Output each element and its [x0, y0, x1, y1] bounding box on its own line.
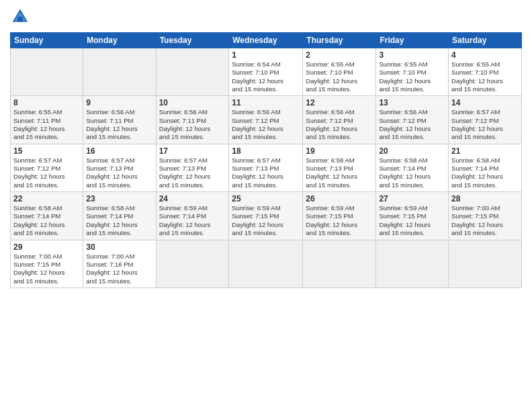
- week-row-4: 22Sunrise: 6:58 AMSunset: 7:14 PMDayligh…: [11, 192, 522, 240]
- calendar-cell: 24Sunrise: 6:59 AMSunset: 7:14 PMDayligh…: [156, 192, 229, 240]
- day-number: 11: [232, 98, 300, 107]
- calendar-cell: 17Sunrise: 6:57 AMSunset: 7:13 PMDayligh…: [156, 144, 229, 191]
- day-number: 1: [232, 50, 300, 60]
- day-info: Sunrise: 6:57 AMSunset: 7:13 PMDaylight:…: [232, 156, 300, 189]
- day-info: Sunrise: 6:56 AMSunset: 7:12 PMDaylight:…: [306, 108, 373, 141]
- calendar-cell: 18Sunrise: 6:57 AMSunset: 7:13 PMDayligh…: [229, 144, 303, 191]
- calendar-cell: [83, 48, 156, 96]
- column-header-sunday: Sunday: [11, 33, 83, 48]
- column-header-monday: Monday: [83, 33, 156, 48]
- day-number: 26: [306, 194, 373, 203]
- header: [10, 7, 522, 27]
- day-info: Sunrise: 6:55 AMSunset: 7:10 PMDaylight:…: [306, 60, 373, 93]
- day-number: 20: [379, 146, 445, 156]
- calendar-cell: 2Sunrise: 6:55 AMSunset: 7:10 PMDaylight…: [303, 48, 376, 96]
- calendar-cell: 30Sunrise: 7:00 AMSunset: 7:16 PMDayligh…: [83, 240, 156, 287]
- calendar-cell: 10Sunrise: 6:56 AMSunset: 7:11 PMDayligh…: [156, 96, 229, 144]
- header-row: SundayMondayTuesdayWednesdayThursdayFrid…: [11, 33, 522, 48]
- calendar-cell: [303, 240, 376, 287]
- calendar-cell: 22Sunrise: 6:58 AMSunset: 7:14 PMDayligh…: [11, 192, 83, 240]
- day-info: Sunrise: 6:56 AMSunset: 7:11 PMDaylight:…: [159, 108, 226, 141]
- day-info: Sunrise: 6:57 AMSunset: 7:13 PMDaylight:…: [86, 156, 152, 189]
- week-row-5: 29Sunrise: 7:00 AMSunset: 7:15 PMDayligh…: [11, 240, 522, 287]
- calendar-cell: 27Sunrise: 6:59 AMSunset: 7:15 PMDayligh…: [376, 192, 449, 240]
- calendar-cell: 23Sunrise: 6:58 AMSunset: 7:14 PMDayligh…: [83, 192, 156, 240]
- day-number: 24: [159, 194, 226, 203]
- day-info: Sunrise: 6:58 AMSunset: 7:14 PMDaylight:…: [86, 204, 152, 237]
- day-number: 10: [159, 98, 226, 107]
- day-info: Sunrise: 7:00 AMSunset: 7:15 PMDaylight:…: [451, 204, 519, 237]
- day-info: Sunrise: 6:58 AMSunset: 7:14 PMDaylight:…: [13, 204, 80, 237]
- calendar-cell: 9Sunrise: 6:56 AMSunset: 7:11 PMDaylight…: [83, 96, 156, 144]
- day-info: Sunrise: 6:58 AMSunset: 7:13 PMDaylight:…: [306, 156, 373, 189]
- calendar-cell: 3Sunrise: 6:55 AMSunset: 7:10 PMDaylight…: [376, 48, 449, 96]
- day-info: Sunrise: 6:55 AMSunset: 7:11 PMDaylight:…: [13, 108, 80, 141]
- calendar-cell: 8Sunrise: 6:55 AMSunset: 7:11 PMDaylight…: [11, 96, 83, 144]
- day-number: 19: [306, 146, 373, 156]
- svg-rect-2: [17, 17, 23, 22]
- day-number: 16: [86, 146, 152, 156]
- day-number: 22: [13, 194, 80, 203]
- day-number: 4: [451, 50, 519, 60]
- column-header-thursday: Thursday: [303, 33, 376, 48]
- day-number: 23: [86, 194, 152, 203]
- week-row-2: 8Sunrise: 6:55 AMSunset: 7:11 PMDaylight…: [11, 96, 522, 144]
- day-number: 17: [159, 146, 226, 156]
- calendar-cell: 21Sunrise: 6:58 AMSunset: 7:14 PMDayligh…: [449, 144, 522, 191]
- day-info: Sunrise: 6:56 AMSunset: 7:12 PMDaylight:…: [232, 108, 300, 141]
- day-number: 29: [13, 242, 80, 252]
- calendar-cell: [11, 48, 83, 96]
- day-info: Sunrise: 6:56 AMSunset: 7:11 PMDaylight:…: [86, 108, 152, 141]
- day-info: Sunrise: 6:56 AMSunset: 7:12 PMDaylight:…: [379, 108, 445, 141]
- day-info: Sunrise: 6:55 AMSunset: 7:10 PMDaylight:…: [379, 60, 445, 93]
- day-info: Sunrise: 6:59 AMSunset: 7:14 PMDaylight:…: [159, 204, 226, 237]
- calendar-cell: 16Sunrise: 6:57 AMSunset: 7:13 PMDayligh…: [83, 144, 156, 191]
- calendar-cell: 28Sunrise: 7:00 AMSunset: 7:15 PMDayligh…: [449, 192, 522, 240]
- logo: [10, 7, 33, 27]
- calendar-cell: 20Sunrise: 6:58 AMSunset: 7:14 PMDayligh…: [376, 144, 449, 191]
- calendar-cell: 11Sunrise: 6:56 AMSunset: 7:12 PMDayligh…: [229, 96, 303, 144]
- day-number: 14: [451, 98, 519, 107]
- day-info: Sunrise: 6:58 AMSunset: 7:14 PMDaylight:…: [379, 156, 445, 189]
- day-number: 25: [232, 194, 300, 203]
- calendar-cell: 19Sunrise: 6:58 AMSunset: 7:13 PMDayligh…: [303, 144, 376, 191]
- logo-icon: [10, 7, 30, 27]
- week-row-3: 15Sunrise: 6:57 AMSunset: 7:12 PMDayligh…: [11, 144, 522, 191]
- column-header-wednesday: Wednesday: [229, 33, 303, 48]
- calendar-cell: 1Sunrise: 6:54 AMSunset: 7:10 PMDaylight…: [229, 48, 303, 96]
- day-info: Sunrise: 7:00 AMSunset: 7:16 PMDaylight:…: [86, 253, 152, 285]
- day-number: 8: [13, 98, 80, 107]
- day-number: 3: [379, 50, 445, 60]
- calendar-cell: 12Sunrise: 6:56 AMSunset: 7:12 PMDayligh…: [303, 96, 376, 144]
- calendar-cell: [156, 48, 229, 96]
- calendar-table: SundayMondayTuesdayWednesdayThursdayFrid…: [10, 32, 522, 288]
- day-info: Sunrise: 6:59 AMSunset: 7:15 PMDaylight:…: [379, 204, 445, 237]
- calendar-cell: 29Sunrise: 7:00 AMSunset: 7:15 PMDayligh…: [11, 240, 83, 287]
- week-row-1: 1Sunrise: 6:54 AMSunset: 7:10 PMDaylight…: [11, 48, 522, 96]
- day-number: 28: [451, 194, 519, 203]
- day-number: 30: [86, 242, 152, 252]
- day-info: Sunrise: 6:57 AMSunset: 7:12 PMDaylight:…: [451, 108, 519, 141]
- page: SundayMondayTuesdayWednesdayThursdayFrid…: [0, 0, 532, 411]
- day-info: Sunrise: 6:59 AMSunset: 7:15 PMDaylight:…: [306, 204, 373, 237]
- day-info: Sunrise: 6:57 AMSunset: 7:12 PMDaylight:…: [13, 156, 80, 189]
- day-number: 9: [86, 98, 152, 107]
- calendar-cell: [156, 240, 229, 287]
- day-number: 12: [306, 98, 373, 107]
- calendar-cell: [449, 240, 522, 287]
- day-info: Sunrise: 6:55 AMSunset: 7:10 PMDaylight:…: [451, 60, 519, 93]
- day-number: 18: [232, 146, 300, 156]
- calendar-cell: 4Sunrise: 6:55 AMSunset: 7:10 PMDaylight…: [449, 48, 522, 96]
- calendar-cell: 25Sunrise: 6:59 AMSunset: 7:15 PMDayligh…: [229, 192, 303, 240]
- calendar-cell: [229, 240, 303, 287]
- calendar-cell: [376, 240, 449, 287]
- day-number: 2: [306, 50, 373, 60]
- column-header-tuesday: Tuesday: [156, 33, 229, 48]
- day-info: Sunrise: 6:58 AMSunset: 7:14 PMDaylight:…: [451, 156, 519, 189]
- day-info: Sunrise: 6:54 AMSunset: 7:10 PMDaylight:…: [232, 60, 300, 93]
- day-info: Sunrise: 6:59 AMSunset: 7:15 PMDaylight:…: [232, 204, 300, 237]
- column-header-friday: Friday: [376, 33, 449, 48]
- calendar-cell: 13Sunrise: 6:56 AMSunset: 7:12 PMDayligh…: [376, 96, 449, 144]
- calendar-cell: 15Sunrise: 6:57 AMSunset: 7:12 PMDayligh…: [11, 144, 83, 191]
- calendar-cell: 26Sunrise: 6:59 AMSunset: 7:15 PMDayligh…: [303, 192, 376, 240]
